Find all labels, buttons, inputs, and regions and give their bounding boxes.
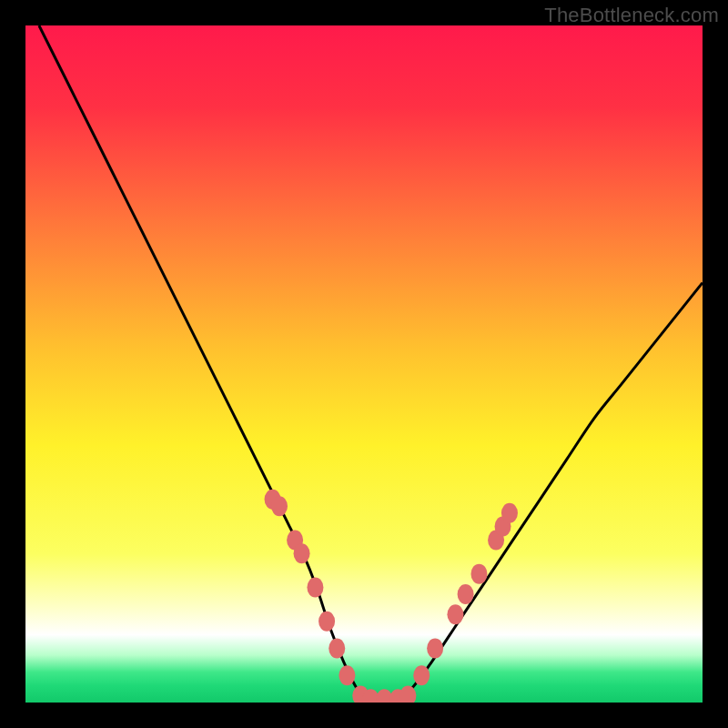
data-marker (470, 564, 487, 584)
data-marker (413, 665, 430, 685)
data-marker (501, 503, 518, 523)
chart-frame: TheBottleneck.com (0, 0, 728, 728)
plot-area (25, 25, 703, 703)
data-marker (271, 496, 288, 516)
data-marker (458, 584, 474, 604)
data-marker (329, 638, 345, 658)
data-marker (447, 604, 463, 624)
data-marker (339, 665, 355, 685)
gradient-background (25, 25, 703, 703)
data-marker (427, 638, 443, 658)
data-marker (307, 578, 323, 598)
data-marker (294, 543, 310, 563)
bottleneck-chart (25, 25, 703, 703)
data-marker (318, 612, 335, 632)
watermark-text: TheBottleneck.com (544, 4, 719, 27)
